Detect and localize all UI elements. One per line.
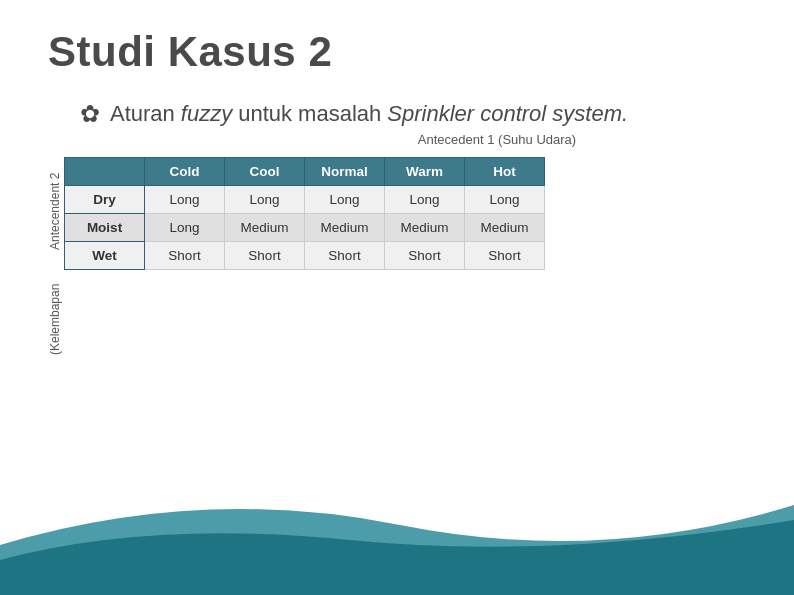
dry-hot: Long bbox=[465, 186, 545, 214]
subtitle-fuzzy: fuzzy bbox=[181, 101, 232, 127]
table-row-wet: Wet Short Short Short Short Short bbox=[65, 242, 545, 270]
wet-cool: Short bbox=[225, 242, 305, 270]
antecedent2-label: Antecendent 2 bbox=[48, 157, 62, 265]
row-label-moist: Moist bbox=[65, 214, 145, 242]
dry-cold: Long bbox=[145, 186, 225, 214]
header-cool: Cool bbox=[225, 158, 305, 186]
header-warm: Warm bbox=[385, 158, 465, 186]
moist-cold: Long bbox=[145, 214, 225, 242]
wet-normal: Short bbox=[305, 242, 385, 270]
table-wrapper: Cold Cool Normal Warm Hot Dry Long Long … bbox=[64, 157, 545, 270]
wet-hot: Short bbox=[465, 242, 545, 270]
header-hot: Hot bbox=[465, 158, 545, 186]
subtitle-prefix: Aturan bbox=[110, 101, 175, 127]
moist-hot: Medium bbox=[465, 214, 545, 242]
table-section: Antecendent 2 (Kelembapan Cold Cool Norm… bbox=[48, 157, 746, 373]
dry-normal: Long bbox=[305, 186, 385, 214]
kelembapan-label: (Kelembapan bbox=[48, 265, 62, 373]
bullet-icon: ✿ bbox=[80, 100, 100, 128]
dry-warm: Long bbox=[385, 186, 465, 214]
subtitle-line: ✿ Aturan fuzzy untuk masalah Sprinkler c… bbox=[80, 100, 746, 128]
subtitle-middle: untuk masalah bbox=[238, 101, 381, 127]
vertical-labels: Antecendent 2 (Kelembapan bbox=[48, 157, 62, 373]
moist-normal: Medium bbox=[305, 214, 385, 242]
table-row-dry: Dry Long Long Long Long Long bbox=[65, 186, 545, 214]
background-wave bbox=[0, 465, 794, 595]
moist-cool: Medium bbox=[225, 214, 305, 242]
row-label-dry: Dry bbox=[65, 186, 145, 214]
header-cold: Cold bbox=[145, 158, 225, 186]
moist-warm: Medium bbox=[385, 214, 465, 242]
sprinkler-table: Cold Cool Normal Warm Hot Dry Long Long … bbox=[64, 157, 545, 270]
wet-cold: Short bbox=[145, 242, 225, 270]
table-row-moist: Moist Long Medium Medium Medium Medium bbox=[65, 214, 545, 242]
wet-warm: Short bbox=[385, 242, 465, 270]
table-header-row: Cold Cool Normal Warm Hot bbox=[65, 158, 545, 186]
antecedent1-label: Antecedent 1 (Suhu Udara) bbox=[248, 132, 746, 147]
page-title: Studi Kasus 2 bbox=[48, 28, 746, 76]
subtitle-italic: Sprinkler control system. bbox=[387, 101, 628, 127]
dry-cool: Long bbox=[225, 186, 305, 214]
row-label-wet: Wet bbox=[65, 242, 145, 270]
header-empty bbox=[65, 158, 145, 186]
header-normal: Normal bbox=[305, 158, 385, 186]
